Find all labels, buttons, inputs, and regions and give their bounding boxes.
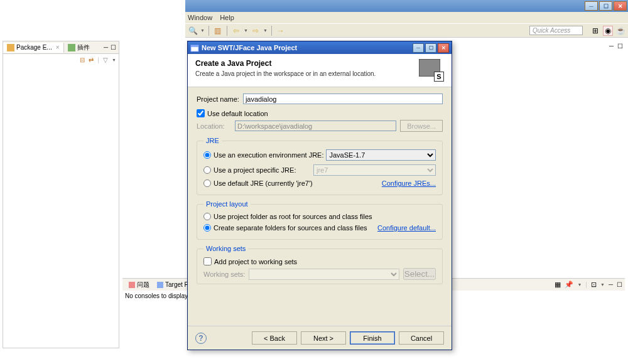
dialog-footer: ? < Back Next > Finish Cancel [188, 326, 452, 350]
add-working-sets-label: Add project to working sets [214, 258, 297, 265]
jre-default-radio[interactable] [203, 179, 211, 187]
jre-exec-env-select[interactable]: JavaSE-1.7 [326, 149, 436, 161]
pin-icon[interactable]: 📌 [565, 281, 573, 289]
close-tab-icon[interactable]: × [56, 44, 60, 51]
next-button[interactable]: Next > [301, 331, 346, 345]
java-perspective-icon[interactable]: ☕ [615, 26, 625, 36]
project-name-label: Project name: [197, 95, 239, 103]
problems-icon [129, 282, 135, 288]
separator [227, 26, 227, 36]
cancel-button[interactable]: Cancel [399, 331, 444, 345]
layout-root-radio[interactable] [203, 213, 211, 220]
console-icon[interactable]: ▦ [555, 281, 561, 289]
dropdown-arrow-icon[interactable]: ▼ [200, 28, 205, 33]
minimize-icon[interactable]: ─ [609, 43, 614, 50]
perspective-switcher: ⊞ ◉ ☕ [590, 26, 625, 36]
plugin-icon [68, 44, 75, 51]
package-icon [7, 44, 14, 51]
jre-exec-env-label: Use an execution environment JRE: [214, 151, 323, 159]
working-sets-select [249, 269, 399, 280]
svg-rect-1 [191, 45, 198, 47]
working-sets-legend: Working sets [203, 245, 248, 252]
use-default-location-label: Use default location [207, 110, 268, 117]
separator [208, 26, 209, 36]
back-icon[interactable]: ⇦ [231, 26, 241, 36]
layout-legend: Project layout [203, 200, 251, 208]
separator [271, 26, 272, 36]
tab-problems[interactable]: 问题 [125, 279, 153, 291]
editor-area-icons: ─ ☐ [609, 43, 623, 50]
jre-project-specific-radio[interactable] [203, 166, 211, 174]
maximize-button[interactable]: ☐ [599, 1, 612, 11]
maximize-panel-icon[interactable]: ☐ [617, 281, 622, 288]
layout-root-label: Use project folder as root for sources a… [214, 213, 372, 220]
minimize-panel-icon[interactable]: ─ [609, 281, 613, 288]
configure-jres-link[interactable]: Configure JREs... [382, 179, 436, 187]
panel-tabs: Package E... × 插件 ─ ☐ [3, 41, 119, 54]
perspective-icon[interactable]: ⊞ [590, 26, 600, 36]
dialog-header: Create a Java Project Create a Java proj… [188, 54, 452, 87]
working-sets-select-button: Select... [403, 268, 436, 280]
minimize-button[interactable]: ─ [585, 1, 598, 11]
search-icon[interactable]: 🔍 [188, 26, 198, 36]
dropdown-arrow-icon[interactable]: ▼ [263, 28, 268, 33]
add-working-sets-checkbox[interactable] [203, 257, 212, 265]
dialog-minimize-button[interactable]: ─ [413, 43, 424, 53]
jre-project-specific-select: jre7 [313, 164, 436, 176]
layout-fieldset: Project layout Use project folder as roo… [197, 200, 443, 240]
dialog-header-title: Create a Java Project [195, 59, 376, 68]
layout-separate-radio[interactable] [203, 224, 211, 232]
dropdown-arrow-icon[interactable]: ▼ [244, 28, 248, 33]
back-button[interactable]: < Back [252, 331, 297, 345]
location-input [235, 120, 396, 131]
minimize-panel-icon[interactable]: ─ [104, 44, 108, 51]
menubar: Window Help [185, 12, 628, 23]
menu-help[interactable]: Help [220, 14, 234, 21]
browse-button: Browse... [400, 120, 443, 132]
main-toolbar: 🔍 ▼ ▥ ⇦ ▼ ⇨ ▼ → Quick Access ⊞ ◉ ☕ [185, 23, 628, 38]
project-name-input[interactable] [243, 94, 443, 104]
collapse-all-icon[interactable]: ⊟ [80, 56, 85, 63]
tab-label: Package E... [16, 44, 52, 51]
dialog-title: New SWT/JFace Java Project [202, 44, 297, 51]
dialog-icon [190, 43, 199, 52]
dialog-maximize-button[interactable]: ☐ [425, 43, 436, 53]
target-icon [157, 282, 163, 288]
working-sets-fieldset: Working sets Add project to working sets… [197, 245, 443, 284]
console-message: No consoles to display [122, 291, 190, 301]
tab-label: 问题 [137, 281, 149, 289]
jre-exec-env-radio[interactable] [203, 151, 211, 159]
maximize-panel-icon[interactable]: ☐ [111, 44, 116, 51]
configure-default-link[interactable]: Configure default... [377, 224, 436, 232]
forward-icon[interactable]: ⇨ [251, 26, 261, 36]
forward-arrow-icon[interactable]: → [276, 26, 286, 36]
package-explorer-panel: Package E... × 插件 ─ ☐ ⊟ ⇄ | ▽ ▼ [3, 41, 119, 348]
location-label: Location: [197, 122, 231, 130]
tab-package-explorer[interactable]: Package E... × [3, 43, 64, 53]
tab-plugins[interactable]: 插件 [64, 42, 94, 53]
editor-icon[interactable]: ▥ [213, 26, 223, 36]
jre-default-label: Use default JRE (currently 'jre7') [214, 179, 313, 187]
use-default-location-checkbox[interactable] [197, 109, 205, 117]
new-project-dialog: New SWT/JFace Java Project ─ ☐ ✕ Create … [187, 41, 452, 350]
link-editor-icon[interactable]: ⇄ [89, 56, 94, 63]
filter-icon[interactable]: ▽ [103, 56, 108, 63]
main-titlebar: ─ ☐ ✕ [185, 0, 628, 12]
main-close-button[interactable]: ✕ [614, 1, 627, 11]
bottom-panel-toolbar: ▦ 📌 ▼ | ⊡ ▼ ─ ☐ [555, 281, 622, 289]
working-sets-label: Working sets: [203, 270, 245, 278]
help-icon[interactable]: ? [195, 333, 207, 344]
wizard-icon: S [419, 59, 444, 82]
layout-separate-label: Create separate folders for sources and … [214, 224, 367, 232]
finish-button[interactable]: Finish [350, 331, 395, 345]
dialog-titlebar[interactable]: New SWT/JFace Java Project ─ ☐ ✕ [188, 41, 452, 54]
plugin-perspective-icon[interactable]: ◉ [603, 26, 613, 36]
jre-project-specific-label: Use a project specific JRE: [214, 166, 296, 174]
tab-label: 插件 [77, 43, 90, 52]
dialog-close-button[interactable]: ✕ [438, 43, 449, 53]
display-icon[interactable]: ⊡ [591, 281, 597, 289]
jre-fieldset: JRE Use an execution environment JRE: Ja… [197, 137, 443, 195]
maximize-icon[interactable]: ☐ [617, 43, 623, 50]
quick-access-input[interactable]: Quick Access [529, 26, 583, 35]
menu-window[interactable]: Window [188, 14, 212, 21]
